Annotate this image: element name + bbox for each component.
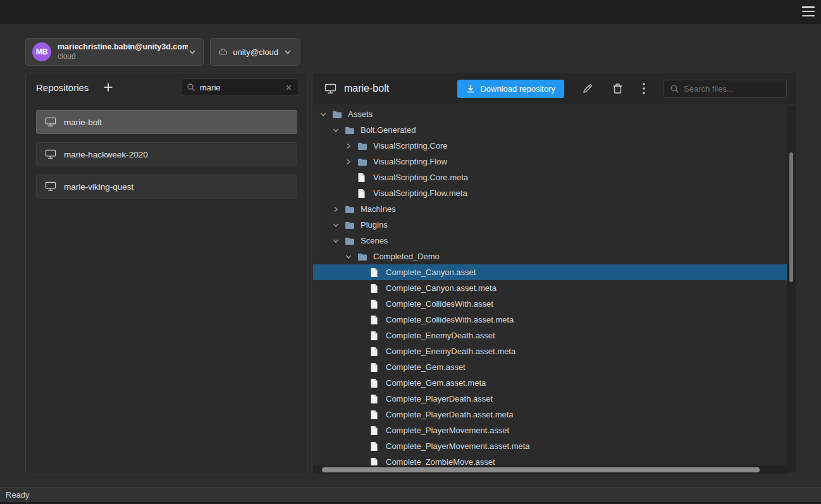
tree-row[interactable]: Complete_Gem.asset	[313, 359, 796, 375]
folder-icon	[345, 205, 355, 214]
folder-icon	[345, 237, 355, 245]
tree-item-label: VisualScripting.Core.meta	[373, 173, 468, 182]
repository-list-item[interactable]: marie-hackweek-2020	[36, 142, 297, 166]
chevron-down-icon	[283, 47, 292, 56]
status-text: Ready	[6, 490, 30, 500]
horizontal-scrollbar-track[interactable]	[313, 465, 787, 474]
chevron-down-icon[interactable]	[319, 111, 327, 118]
tree-item-label: VisualScripting.Flow	[373, 157, 447, 166]
top-bar	[0, 0, 821, 24]
repository-list: marie-bolt marie-hackweek-2020 marie-vik…	[26, 101, 307, 199]
chevron-down-icon[interactable]	[332, 126, 340, 134]
organization-selector[interactable]: unity@cloud	[210, 38, 300, 66]
avatar: MB	[32, 42, 51, 61]
delete-icon	[612, 83, 623, 94]
tree-item-label: Complete_Canyon.asset	[386, 267, 476, 277]
tree-row[interactable]: Complete_CollidesWith.asset	[313, 296, 796, 312]
tree-row[interactable]: Assets	[313, 106, 796, 122]
edit-repository-button[interactable]	[581, 82, 595, 95]
file-search-input[interactable]	[684, 84, 781, 94]
folder-icon	[332, 110, 342, 119]
folder-icon	[357, 142, 367, 151]
file-icon	[370, 267, 378, 278]
vertical-scrollbar-track[interactable]	[787, 106, 796, 472]
tree-row[interactable]: Complete_PlayerDeath.asset	[313, 391, 796, 407]
file-icon	[370, 441, 378, 452]
download-repository-button[interactable]: Download repository	[457, 80, 564, 98]
tree-item-label: Complete_Canyon.asset.meta	[386, 283, 497, 293]
tree-item-label: Machines	[361, 204, 396, 214]
tree-item-label: Complete_Gem.asset	[386, 362, 466, 372]
tree-row[interactable]: Complete_PlayerDeath.asset.meta	[313, 407, 796, 422]
account-email: mariechristine.babin@unity3d.com	[58, 42, 188, 52]
edit-icon	[582, 83, 593, 94]
file-icon	[370, 347, 378, 357]
hamburger-menu-icon[interactable]	[802, 6, 815, 16]
tree-row[interactable]: Complete_Canyon.asset.meta	[313, 280, 796, 296]
chevron-down-icon[interactable]	[345, 253, 352, 261]
tree-item-label: Assets	[348, 109, 373, 119]
repository-name: marie-hackweek-2020	[64, 150, 148, 159]
file-icon	[370, 378, 378, 388]
cloud-icon	[218, 47, 228, 57]
repository-list-item[interactable]: marie-bolt	[36, 110, 297, 134]
tree-item-label: Bolt.Generated	[361, 125, 416, 135]
chevron-down-icon	[188, 47, 197, 56]
chevron-right-icon[interactable]	[332, 206, 340, 213]
vertical-scrollbar-thumb[interactable]	[789, 152, 793, 282]
file-icon	[357, 173, 366, 183]
tree-row[interactable]: Complete_PlayerMovement.asset	[313, 422, 796, 438]
folder-icon	[345, 221, 355, 230]
tree-row[interactable]: VisualScripting.Flow.meta	[313, 185, 796, 201]
organization-name: unity@cloud	[233, 47, 278, 57]
tree-row[interactable]: Complete_EnemyDeath.asset.meta	[313, 343, 796, 359]
repository-name: marie-bolt	[64, 118, 102, 127]
tree-row[interactable]: Complete_Gem.asset.meta	[313, 375, 796, 391]
file-icon	[370, 394, 378, 404]
repository-search-box: ✕	[181, 78, 299, 96]
tree-row[interactable]: Complete_Canyon.asset	[313, 264, 796, 280]
account-text: mariechristine.babin@unity3d.com cloud	[58, 42, 188, 62]
tree-row[interactable]: VisualScripting.Flow	[313, 154, 796, 169]
tree-item-label: Complete_Gem.asset.meta	[386, 378, 486, 388]
tree-row[interactable]: Complete_CollidesWith.asset.meta	[313, 312, 796, 328]
repository-list-item[interactable]: marie-viking-quest	[36, 175, 297, 199]
repository-name: marie-viking-quest	[64, 182, 133, 192]
search-icon	[670, 84, 679, 94]
clear-search-icon[interactable]: ✕	[284, 83, 293, 92]
tree-row[interactable]: Bolt.Generated	[313, 122, 796, 138]
tree-row[interactable]: Scenes	[313, 233, 796, 249]
tree-item-label: Complete_PlayerMovement.asset.meta	[386, 441, 530, 451]
file-icon	[370, 331, 378, 341]
tree-row[interactable]: Plugins	[313, 217, 796, 233]
account-selector[interactable]: MB mariechristine.babin@unity3d.com clou…	[25, 38, 204, 66]
tree-item-label: Scenes	[361, 236, 388, 245]
account-subtitle: cloud	[58, 52, 188, 61]
repository-search-input[interactable]	[200, 83, 284, 92]
status-bar: Ready	[0, 487, 821, 502]
tree-item-label: Complete_EnemyDeath.asset.meta	[386, 347, 515, 356]
tree-item-label: Complete_CollidesWith.asset.meta	[386, 315, 514, 324]
tree-row[interactable]: Complete_PlayerMovement.asset.meta	[313, 438, 796, 454]
tree-row[interactable]: Machines	[313, 201, 796, 217]
tree-item-label: Complete_PlayerDeath.asset.meta	[386, 410, 514, 419]
repository-detail-header: marie-bolt Download repository	[313, 73, 796, 104]
delete-repository-button[interactable]	[611, 82, 624, 95]
chevron-right-icon[interactable]	[345, 158, 352, 166]
folder-icon	[345, 126, 355, 135]
repositories-panel: Repositories ✕ marie-bolt	[25, 73, 308, 474]
tree-item-label: Complete_EnemyDeath.asset	[386, 331, 495, 340]
tree-item-label: Complete_CollidesWith.asset	[386, 299, 493, 309]
file-tree: Assets Bolt.Generated VisualScripting.Co…	[313, 104, 796, 474]
tree-row[interactable]: VisualScripting.Core	[313, 138, 796, 154]
add-repository-button[interactable]	[102, 82, 114, 93]
tree-row[interactable]: VisualScripting.Core.meta	[313, 169, 796, 185]
tree-row[interactable]: Complete_EnemyDeath.asset	[313, 328, 796, 343]
chevron-down-icon[interactable]	[332, 221, 340, 229]
chevron-down-icon[interactable]	[332, 237, 340, 245]
more-options-button[interactable]	[641, 81, 647, 96]
horizontal-scrollbar-thumb[interactable]	[322, 467, 760, 472]
chevron-right-icon[interactable]	[345, 142, 352, 150]
monitor-icon	[45, 117, 56, 127]
tree-row[interactable]: Completed_Demo	[313, 249, 796, 264]
